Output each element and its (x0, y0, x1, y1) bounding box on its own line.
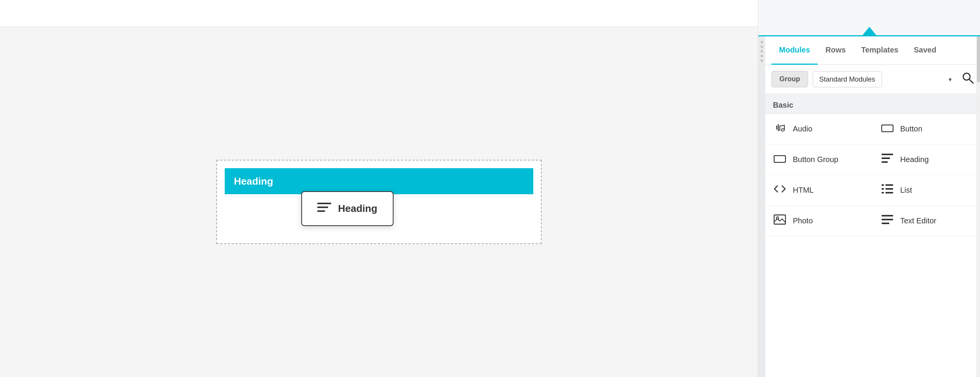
text-editor-label: Text Editor (900, 216, 936, 225)
svg-rect-27 (882, 223, 889, 224)
filter-row: Group Standard Modules ▾ (765, 65, 980, 94)
svg-rect-19 (882, 188, 884, 190)
svg-rect-6 (317, 203, 331, 204)
svg-rect-14 (882, 154, 893, 155)
module-item-button-group[interactable]: Button Group (765, 144, 873, 175)
module-select[interactable]: Standard Modules (813, 71, 882, 87)
basic-section-header: Basic (765, 94, 980, 114)
svg-point-11 (781, 129, 784, 131)
module-grid: Audio Button (765, 114, 980, 236)
tab-modules[interactable]: Modules (771, 36, 818, 65)
svg-line-10 (969, 79, 973, 83)
svg-rect-8 (317, 210, 325, 212)
tab-saved[interactable]: Saved (906, 36, 944, 65)
text-editor-icon (880, 214, 894, 228)
svg-rect-15 (882, 157, 890, 159)
search-button[interactable] (962, 72, 974, 87)
panel-inner: Modules Rows Templates Saved Group Stand… (758, 35, 980, 377)
group-button[interactable]: Group (771, 71, 808, 87)
svg-rect-18 (885, 184, 893, 186)
heading-tooltip: Heading (301, 191, 394, 226)
right-panel: Modules Rows Templates Saved Group Stand… (758, 0, 980, 377)
module-item-list[interactable]: List (873, 175, 980, 206)
svg-rect-21 (882, 192, 884, 193)
svg-rect-13 (774, 156, 786, 162)
photo-icon (773, 214, 787, 228)
canvas-area: Heading Heading (0, 27, 758, 377)
heading-tooltip-label: Heading (338, 203, 377, 215)
module-item-button[interactable]: Button (873, 114, 980, 144)
module-item-photo[interactable]: Photo (765, 206, 873, 236)
tabs-bar: Modules Rows Templates Saved (765, 36, 980, 65)
button-group-label: Button Group (793, 155, 838, 164)
heading-icon (880, 153, 894, 166)
tab-rows[interactable]: Rows (818, 36, 853, 65)
heading-module-icon (317, 201, 331, 216)
heading-module-label: Heading (900, 155, 929, 164)
panel-accent (758, 36, 765, 377)
accent-dot (761, 59, 763, 62)
audio-label: Audio (793, 125, 812, 133)
html-label: HTML (793, 186, 813, 195)
accent-dot (761, 50, 763, 52)
panel-arrow (862, 27, 876, 35)
module-item-audio[interactable]: Audio (765, 114, 873, 144)
svg-rect-16 (882, 161, 888, 163)
module-item-text-editor[interactable]: Text Editor (873, 206, 980, 236)
button-label: Button (900, 125, 923, 133)
scroll-indicator[interactable] (976, 36, 980, 377)
svg-rect-23 (774, 215, 786, 224)
module-select-wrapper: Standard Modules ▾ (813, 71, 957, 87)
svg-rect-7 (317, 207, 328, 208)
chevron-down-icon: ▾ (949, 75, 952, 83)
drop-zone[interactable]: Heading Heading (216, 160, 542, 244)
heading-block[interactable]: Heading (225, 168, 533, 194)
tab-templates[interactable]: Templates (853, 36, 906, 65)
button-icon (880, 123, 894, 135)
scroll-thumb[interactable] (977, 36, 980, 82)
accent-dot (761, 41, 763, 43)
svg-rect-20 (885, 188, 893, 190)
list-icon (880, 184, 894, 197)
module-item-heading[interactable]: Heading (873, 144, 980, 175)
svg-rect-22 (885, 192, 893, 193)
accent-dot (761, 55, 763, 57)
list-label: List (900, 186, 912, 195)
photo-label: Photo (793, 216, 813, 225)
svg-rect-17 (882, 184, 884, 186)
module-item-html[interactable]: HTML (765, 175, 873, 206)
button-group-icon (773, 154, 787, 166)
audio-icon (773, 122, 787, 136)
heading-block-label: Heading (234, 175, 273, 187)
accent-dot (761, 46, 763, 48)
svg-rect-25 (882, 215, 893, 216)
html-icon (773, 184, 787, 197)
svg-rect-12 (882, 125, 893, 132)
svg-rect-26 (882, 219, 893, 220)
panel-content: Modules Rows Templates Saved Group Stand… (765, 36, 980, 377)
